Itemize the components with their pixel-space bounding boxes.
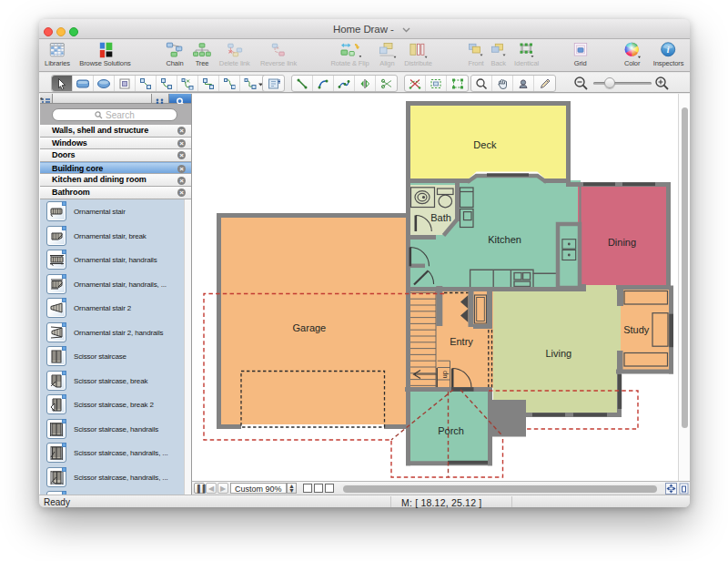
svg-text:Porch: Porch — [438, 425, 464, 436]
svg-text:Living: Living — [545, 348, 571, 359]
svg-text:Bath: Bath — [430, 212, 451, 223]
svg-text:Dining: Dining — [608, 237, 636, 248]
svg-text:i: i — [667, 45, 670, 55]
svg-text:up: up — [440, 371, 449, 378]
svg-text:Deck: Deck — [473, 139, 497, 150]
svg-text:Entry: Entry — [450, 336, 473, 347]
svg-text:Kitchen: Kitchen — [488, 234, 521, 245]
svg-text:Study: Study — [623, 324, 650, 335]
svg-text:Garage: Garage — [293, 322, 327, 333]
